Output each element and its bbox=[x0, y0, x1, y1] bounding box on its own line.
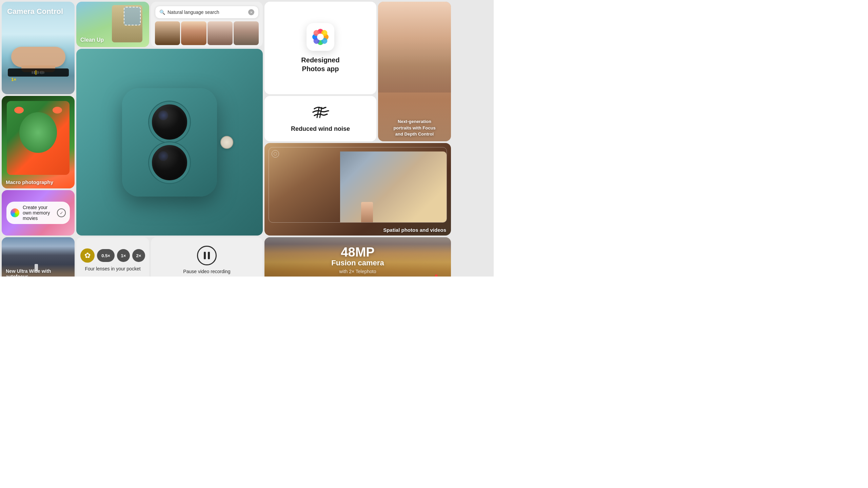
photos-flower-svg bbox=[311, 27, 330, 47]
control-bar[interactable] bbox=[8, 68, 69, 77]
memory-input-text: Create your own memory movies bbox=[23, 205, 54, 221]
portrait-right-label: Next-generation portraits with Focus and… bbox=[381, 119, 448, 137]
spatial-ui-frame bbox=[269, 147, 447, 223]
fusion-card: 48MP Fusion camera with 2× Telephoto bbox=[264, 237, 451, 277]
ultrawide-label: New Ultra Wide with autofocus bbox=[6, 268, 75, 277]
half-x-button[interactable]: 0.5× bbox=[97, 249, 115, 262]
portrait-right-card: Next-generation portraits with Focus and… bbox=[378, 2, 451, 141]
camera-control-title: Camera Control bbox=[7, 7, 63, 16]
photos-app-title: Redesigned Photos app bbox=[301, 56, 339, 73]
macro-lens-button[interactable]: ✿ bbox=[80, 248, 95, 263]
fusion-text-block: 48MP Fusion camera with 2× Telephoto bbox=[331, 246, 384, 274]
photo-thumbnails bbox=[155, 21, 259, 45]
memory-check-button[interactable]: ✓ bbox=[57, 208, 66, 217]
clean-up-card: Clean Up bbox=[76, 2, 149, 47]
photos-app-icon bbox=[307, 23, 334, 51]
lens-buttons-row: ✿ 0.5× 1× 2× bbox=[80, 248, 145, 263]
bottom-lens bbox=[149, 142, 190, 183]
svg-line-10 bbox=[320, 107, 322, 118]
top-lens bbox=[149, 102, 190, 142]
svg-line-9 bbox=[317, 107, 319, 118]
main-camera-card bbox=[76, 49, 263, 236]
camera-module bbox=[122, 88, 217, 197]
photos-app-card: Redesigned Photos app bbox=[264, 2, 376, 94]
wind-icon bbox=[312, 105, 329, 122]
macro-label: Macro photography bbox=[6, 179, 53, 185]
one-x-button[interactable]: 1× bbox=[117, 249, 130, 262]
svg-point-8 bbox=[317, 34, 324, 40]
search-card: 🔍 Natural language search ✕ bbox=[151, 2, 263, 47]
search-icon: 🔍 bbox=[159, 9, 165, 15]
search-clear-icon[interactable]: ✕ bbox=[248, 9, 254, 15]
clean-up-label: Clean Up bbox=[80, 37, 104, 43]
pause-button[interactable] bbox=[197, 246, 217, 265]
zoom-level: 1× bbox=[11, 77, 16, 82]
ultrawide-card: New Ultra Wide with autofocus bbox=[2, 237, 75, 277]
camera-control-visual bbox=[2, 47, 75, 67]
wind-title: Reduced wind noise bbox=[291, 125, 350, 133]
two-x-button[interactable]: 2× bbox=[132, 249, 145, 262]
memory-input[interactable]: Create your own memory movies ✓ bbox=[6, 202, 70, 224]
flash-bump bbox=[220, 136, 233, 149]
pause-card: Pause video recording bbox=[151, 237, 263, 277]
camera-control-card: Camera Control 1× bbox=[2, 2, 75, 94]
pause-label: Pause video recording bbox=[183, 269, 230, 274]
lenses-card: ✿ 0.5× 1× 2× Four lenses in your pocket bbox=[76, 237, 149, 277]
macro-card: Macro photography bbox=[2, 96, 75, 188]
fusion-person bbox=[435, 274, 437, 277]
fusion-sub-label: with 2× Telephoto bbox=[331, 269, 384, 274]
fusion-name-label: Fusion camera bbox=[331, 259, 384, 267]
spatial-card: Spatial photos and videos bbox=[264, 143, 451, 236]
wind-card: Reduced wind noise bbox=[264, 96, 376, 141]
lenses-label: Four lenses in your pocket bbox=[85, 266, 140, 271]
spatial-label: Spatial photos and videos bbox=[383, 227, 446, 233]
siri-orb-icon bbox=[11, 208, 19, 217]
main-grid: Camera Control 1× Clean bbox=[0, 0, 494, 277]
memory-card[interactable]: Create your own memory movies ✓ bbox=[2, 190, 75, 236]
frog-visual bbox=[7, 101, 70, 175]
search-input-text: Natural language search bbox=[167, 9, 246, 15]
fusion-mp-label: 48MP bbox=[331, 246, 384, 259]
search-bar[interactable]: 🔍 Natural language search ✕ bbox=[155, 6, 259, 19]
